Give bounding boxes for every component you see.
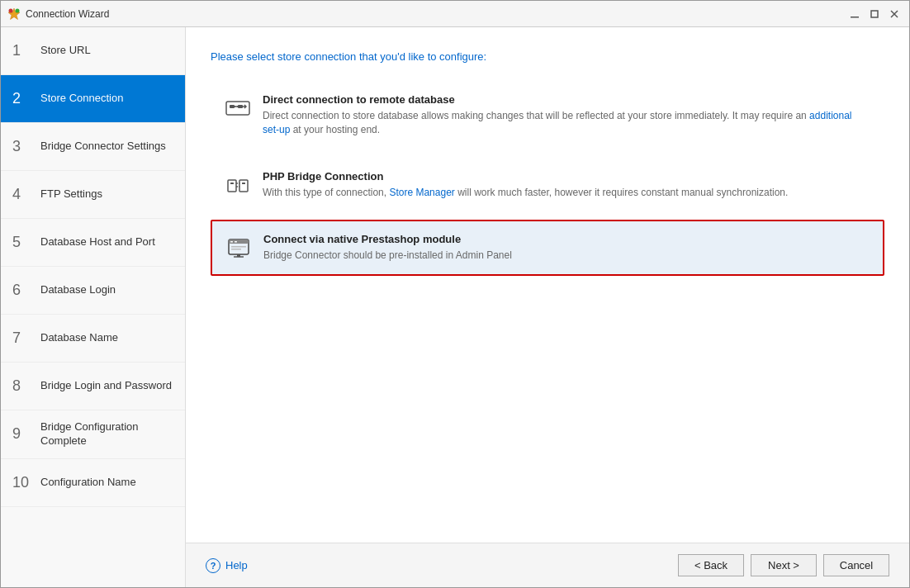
sidebar-label-7: Database Name [40,331,118,345]
sidebar-number-7: 7 [12,330,32,347]
sidebar-label-8: Bridge Login and Password [40,379,172,393]
native-module-icon [225,235,252,261]
minimize-button[interactable] [846,6,863,22]
sidebar-label-1: Store URL [40,44,91,58]
sidebar-number-9: 9 [12,425,32,443]
sidebar-item-config-name[interactable]: 10 Configuration Name [1,459,185,507]
sidebar-label-5: Database Host and Port [40,235,155,249]
svg-point-1 [9,8,13,12]
sidebar-item-db-login[interactable]: 6 Database Login [1,267,185,315]
sidebar-number-2: 2 [12,90,32,107]
intro-text: Please select store connection that you'… [211,50,884,63]
sidebar-number-5: 5 [12,234,32,251]
sidebar: 1 Store URL 2 Store Connection 3 Bridge … [1,27,186,587]
svg-rect-22 [235,241,237,243]
sidebar-item-store-url[interactable]: 1 Store URL [1,27,185,75]
next-button[interactable]: Next > [751,554,817,576]
svg-rect-24 [231,249,241,250]
svg-rect-21 [230,241,233,243]
close-button[interactable] [886,6,903,22]
svg-rect-26 [237,254,240,257]
option-native-desc: Bridge Connector should be pre-installed… [263,249,512,263]
svg-rect-23 [231,246,246,248]
option-native-module[interactable]: Connect via native Prestashop module Bri… [211,220,884,276]
svg-rect-7 [226,102,249,115]
option-php-title: PHP Bridge Connection [263,170,788,183]
option-direct-text: Direct connection to remote database Dir… [263,93,870,137]
svg-rect-14 [239,180,248,192]
titlebar-buttons [846,6,903,22]
direct-connection-icon [225,95,251,121]
main-window: Connection Wizard 1 Store URL [0,0,910,588]
close-icon [890,10,898,18]
option-direct-connection[interactable]: Direct connection to remote database Dir… [211,81,884,149]
svg-rect-13 [228,180,236,192]
back-button[interactable]: < Back [678,554,744,576]
content-area: 1 Store URL 2 Store Connection 3 Bridge … [1,27,909,587]
sidebar-number-1: 1 [12,42,32,59]
maximize-button[interactable] [866,6,883,22]
sidebar-label-9: Bridge Configuration Complete [40,420,173,448]
footer-help[interactable]: ? Help [206,558,248,573]
minimize-icon [851,10,859,18]
svg-point-2 [16,8,20,12]
svg-rect-4 [871,11,878,17]
titlebar-left: Connection Wizard [7,7,109,21]
sidebar-number-8: 8 [12,377,32,395]
option-direct-desc: Direct connection to store database allo… [263,109,870,137]
sidebar-item-bridge-login[interactable]: 8 Bridge Login and Password [1,363,185,410]
help-label[interactable]: Help [225,559,248,571]
option-native-text: Connect via native Prestashop module Bri… [263,233,512,263]
help-icon[interactable]: ? [206,558,220,573]
option-php-text: PHP Bridge Connection With this type of … [263,170,788,200]
sidebar-item-db-name[interactable]: 7 Database Name [1,315,185,363]
svg-rect-18 [242,183,245,184]
option-native-title: Connect via native Prestashop module [263,233,512,245]
sidebar-item-db-host-port[interactable]: 5 Database Host and Port [1,219,185,267]
titlebar: Connection Wizard [1,1,909,27]
svg-rect-17 [230,183,234,184]
sidebar-number-10: 10 [12,474,32,491]
sidebar-number-4: 4 [12,186,32,203]
svg-rect-3 [851,17,859,18]
sidebar-label-10: Configuration Name [40,476,136,490]
sidebar-label-6: Database Login [40,283,116,297]
sidebar-label-3: Bridge Connector Settings [40,140,166,154]
app-icon [7,7,21,21]
option-php-bridge[interactable]: PHP Bridge Connection With this type of … [211,158,884,212]
maximize-icon [870,10,879,18]
option-direct-title: Direct connection to remote database [263,93,870,106]
window-title: Connection Wizard [26,8,109,20]
footer: ? Help < Back Next > Cancel [186,543,909,587]
sidebar-number-6: 6 [12,282,32,299]
option-php-desc: With this type of connection, Store Mana… [263,186,788,200]
sidebar-label-4: FTP Settings [40,187,102,202]
svg-rect-9 [238,105,243,108]
cancel-button[interactable]: Cancel [823,554,889,576]
php-bridge-icon [225,172,251,198]
footer-buttons: < Back Next > Cancel [678,554,889,576]
svg-rect-8 [230,105,235,108]
sidebar-label-2: Store Connection [40,92,123,106]
sidebar-number-3: 3 [12,138,32,155]
main-content: Please select store connection that you'… [186,27,909,543]
sidebar-item-store-connection[interactable]: 2 Store Connection [1,75,185,123]
sidebar-item-bridge-config-complete[interactable]: 9 Bridge Configuration Complete [1,410,185,459]
main-panel: Please select store connection that you'… [186,27,909,587]
sidebar-item-ftp-settings[interactable]: 4 FTP Settings [1,171,185,219]
sidebar-item-bridge-connector[interactable]: 3 Bridge Connector Settings [1,123,185,171]
